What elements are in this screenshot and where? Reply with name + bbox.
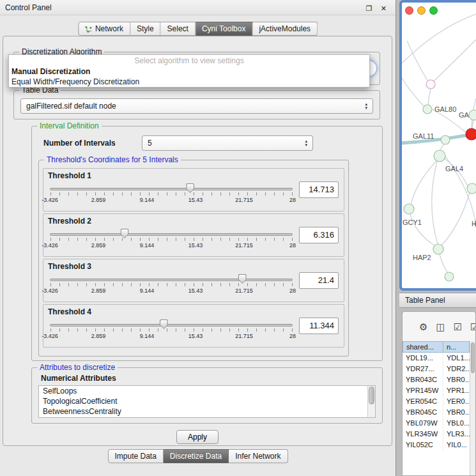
network-edge[interactable] xyxy=(440,144,444,150)
algorithm-option-manual-discretization[interactable]: Manual Discretization xyxy=(9,66,369,77)
table-row[interactable]: YBR043CYBR0... xyxy=(403,374,470,385)
table-row[interactable]: YDL19...YDL1... xyxy=(403,353,470,364)
cell-shared-name: YLR345W xyxy=(403,429,443,440)
table-row[interactable]: YLR345WYLR3... xyxy=(403,429,470,440)
column-header-shared-name[interactable]: shared... xyxy=(403,341,443,353)
slider-thumb[interactable] xyxy=(160,319,168,329)
slider-track[interactable] xyxy=(50,324,293,326)
select-all-icon[interactable]: ☑ xyxy=(470,322,476,332)
scrollbar[interactable] xyxy=(470,341,475,475)
threshold-slider[interactable]: -3.4262.8599.14415.4321.71528 xyxy=(49,305,294,347)
tab-discretize-data[interactable]: Discretize Data xyxy=(164,449,229,463)
network-node-gal4[interactable] xyxy=(434,150,445,162)
table-row[interactable]: YIL052CYIL0... xyxy=(403,440,470,450)
cell-shared-name: YIL052C xyxy=(403,440,443,450)
application-root: Control Panel ❐ ✕ NetworkStyleSelectCyni… xyxy=(0,0,476,476)
slider-thumb[interactable] xyxy=(238,274,247,284)
threshold-slider[interactable]: -3.4262.8599.14415.4321.71528 xyxy=(49,169,294,211)
node-label: GAL4 xyxy=(445,165,463,173)
network-edge[interactable] xyxy=(411,161,436,204)
number-of-intervals-combo[interactable]: 5 ▴ ▾ xyxy=(142,135,313,151)
network-node-gal80[interactable] xyxy=(423,105,432,114)
tab-network[interactable]: Network xyxy=(78,22,130,36)
tab-jactivemodules[interactable]: jActiveModules xyxy=(252,22,318,36)
tab-cyni-toolbox[interactable]: Cyni Toolbox xyxy=(196,22,252,36)
settings-gear-icon[interactable]: ⚙ xyxy=(419,322,427,332)
number-of-intervals-value: 5 xyxy=(148,139,152,148)
network-canvas[interactable]: GAL80GAGAL11GAL4GCY1HHAP2 xyxy=(402,3,476,288)
slider-scale-label: 28 xyxy=(289,242,296,249)
show-columns-icon[interactable]: ◫ xyxy=(436,322,445,332)
threshold-panel: Threshold 4-3.4262.8599.14415.4321.71528… xyxy=(43,304,344,348)
slider-thumb[interactable] xyxy=(121,229,129,238)
thresholds-group-title: Threshold's Coordinates for 5 Intervals xyxy=(44,155,181,164)
network-node[interactable] xyxy=(445,272,454,281)
attribute-list-item[interactable]: SelfLoops xyxy=(39,386,375,396)
network-edge[interactable] xyxy=(402,78,424,106)
threshold-value-field[interactable]: 14.713 xyxy=(299,181,339,198)
tab-style[interactable]: Style xyxy=(130,22,161,36)
network-node[interactable] xyxy=(467,183,476,194)
slider-track[interactable] xyxy=(50,279,293,281)
scrollbar-thumb[interactable] xyxy=(369,387,374,404)
select-rows-icon[interactable]: ☑ xyxy=(454,322,462,332)
table-data-combo[interactable]: galFiltered.sif default node ▴ ▾ xyxy=(20,98,373,114)
network-node-gcy1[interactable] xyxy=(404,204,414,214)
network-edge[interactable] xyxy=(402,14,476,63)
slider-thumb[interactable] xyxy=(186,183,194,193)
tab-select[interactable]: Select xyxy=(161,22,196,36)
network-edge[interactable] xyxy=(434,40,476,81)
slider-scale-label: 15.43 xyxy=(188,197,203,203)
threshold-slider[interactable]: -3.4262.8599.14415.4321.71528 xyxy=(49,214,294,256)
slider-track[interactable] xyxy=(50,188,293,190)
float-window-icon[interactable]: ❐ xyxy=(365,4,372,12)
slider-scale-label: 2.859 xyxy=(91,333,106,339)
tab-impute-data[interactable]: Impute Data xyxy=(107,449,163,463)
algorithm-option-equal-width-frequency[interactable]: Equal Width/Frequency Discretization xyxy=(9,77,369,87)
cell-name: YDL1... xyxy=(443,353,470,364)
attributes-group: Attributes to discretize Numerical Attri… xyxy=(31,367,383,424)
combo-stepper-icon: ▴ ▾ xyxy=(305,139,307,147)
network-node-ga[interactable] xyxy=(469,110,476,120)
slider-scale-label: 28 xyxy=(289,333,296,339)
slider-scale-label: -3.426 xyxy=(42,197,58,203)
mac-close-icon[interactable] xyxy=(405,6,413,15)
table-row[interactable]: YBL079WYBL0... xyxy=(403,418,470,429)
threshold-panel: Threshold 2-3.4262.8599.14415.4321.71528… xyxy=(43,213,344,257)
slider-scale: -3.4262.8599.14415.4321.71528 xyxy=(50,242,293,250)
attribute-list-item[interactable]: TopologicalCoefficient xyxy=(39,396,375,406)
table-row[interactable]: YER054CYER0... xyxy=(403,396,470,407)
network-edge[interactable] xyxy=(432,162,438,244)
attribute-list-item[interactable]: BetweennessCentrality xyxy=(39,406,375,417)
mac-minimize-icon[interactable] xyxy=(417,6,426,15)
threshold-value-field[interactable]: 6.316 xyxy=(299,227,339,243)
network-node[interactable] xyxy=(426,80,435,89)
threshold-value-field[interactable]: 21.4 xyxy=(299,272,339,289)
slider-track[interactable] xyxy=(50,233,293,236)
scrollbar[interactable] xyxy=(367,386,375,417)
table-row[interactable]: YDR27...YDR2... xyxy=(403,364,470,374)
network-edge[interactable] xyxy=(428,89,431,105)
network-node-hap2[interactable] xyxy=(433,244,443,254)
network-edge[interactable] xyxy=(472,120,473,129)
scrollbar-thumb[interactable] xyxy=(471,342,475,373)
network-node-gal11[interactable] xyxy=(441,135,450,144)
network-edge[interactable] xyxy=(441,193,470,245)
slider-tick-marks xyxy=(50,238,293,241)
threshold-slider[interactable]: -3.4262.8599.14415.4321.71528 xyxy=(49,259,294,302)
table-row[interactable]: YBR045CYBR0... xyxy=(403,407,470,418)
column-header-name[interactable]: n... xyxy=(443,341,470,353)
cell-name: YIL0... xyxy=(443,440,470,450)
close-icon[interactable]: ✕ xyxy=(381,4,387,12)
node-label: HAP2 xyxy=(413,254,431,261)
table-row[interactable]: YPR145WYPR1... xyxy=(403,385,470,396)
network-edge[interactable] xyxy=(407,41,427,81)
network-view-frame[interactable]: GAL80GAGAL11GAL4GCY1HHAP2 xyxy=(399,0,476,291)
mac-zoom-icon[interactable] xyxy=(429,6,438,15)
apply-button[interactable]: Apply xyxy=(176,430,219,444)
tab-infer-network[interactable]: Infer Network xyxy=(229,449,288,463)
threshold-value-field[interactable]: 11.344 xyxy=(299,318,339,334)
network-edge[interactable] xyxy=(440,254,448,273)
table-panel-header[interactable]: Table Panel xyxy=(399,293,476,308)
network-node[interactable] xyxy=(466,128,476,140)
